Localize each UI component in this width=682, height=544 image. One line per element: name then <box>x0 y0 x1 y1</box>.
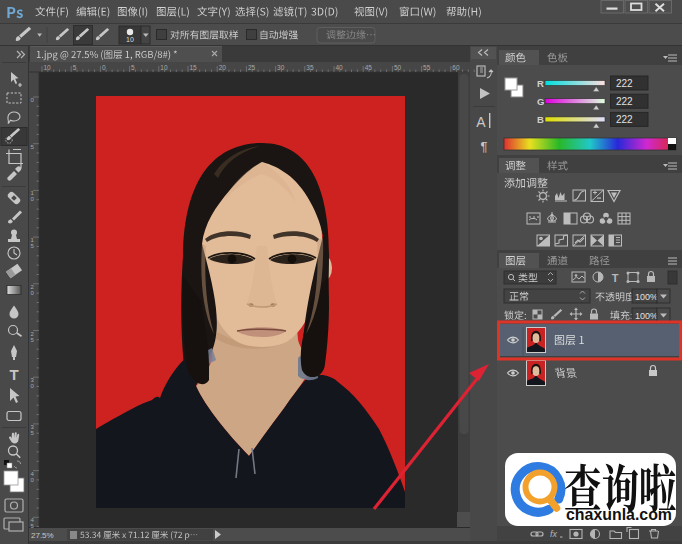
svg-text:fx: fx <box>550 529 558 539</box>
svg-text:10: 10 <box>44 64 52 71</box>
svg-text:A: A <box>476 114 486 130</box>
svg-text:T: T <box>9 366 18 383</box>
svg-text:B: B <box>537 114 544 125</box>
svg-text:20: 20 <box>219 64 227 71</box>
svg-text:15: 15 <box>190 64 198 71</box>
svg-text:chaxunla.com: chaxunla.com <box>566 505 672 524</box>
svg-text:100%: 100% <box>635 292 658 302</box>
svg-text:60: 60 <box>452 64 460 71</box>
svg-text:45: 45 <box>365 64 373 71</box>
svg-text:T: T <box>612 272 619 284</box>
svg-text:50: 50 <box>394 64 402 71</box>
svg-text:10: 10 <box>126 36 134 43</box>
svg-text:30: 30 <box>277 64 285 71</box>
svg-text:5: 5 <box>73 64 77 71</box>
svg-text:G: G <box>537 96 544 107</box>
svg-text:222: 222 <box>616 114 633 125</box>
svg-text:100%: 100% <box>635 311 658 321</box>
svg-text:35: 35 <box>306 64 314 71</box>
svg-text:0: 0 <box>102 64 106 71</box>
svg-text:R: R <box>537 78 544 89</box>
svg-text:222: 222 <box>616 96 633 107</box>
svg-text:10: 10 <box>160 64 168 71</box>
svg-text:222: 222 <box>616 78 633 89</box>
svg-text:25: 25 <box>248 64 256 71</box>
svg-text:5: 5 <box>131 64 135 71</box>
svg-text:27.5%: 27.5% <box>31 531 54 540</box>
svg-text:55: 55 <box>423 64 431 71</box>
svg-text:¶: ¶ <box>481 139 488 154</box>
svg-text:40: 40 <box>336 64 344 71</box>
